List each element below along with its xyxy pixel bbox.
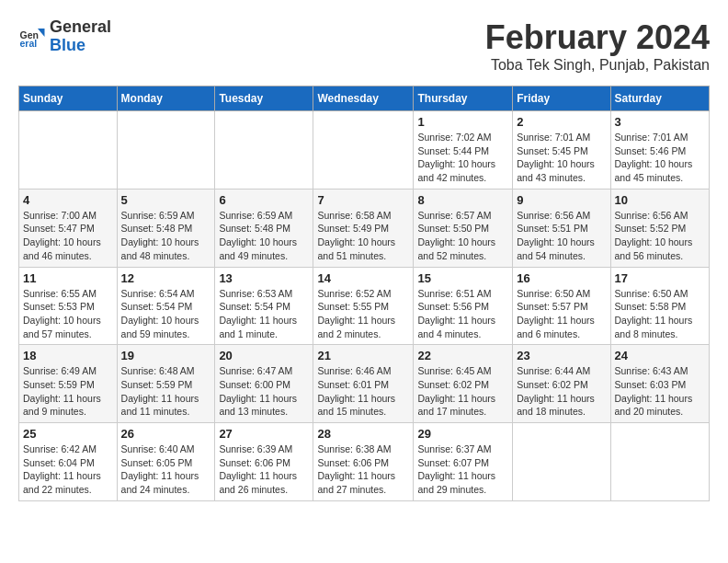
day-number: 13 bbox=[219, 271, 309, 285]
day-info: Sunrise: 6:39 AM Sunset: 6:06 PM Dayligh… bbox=[219, 442, 309, 497]
day-info: Sunrise: 6:59 AM Sunset: 5:48 PM Dayligh… bbox=[219, 209, 309, 263]
calendar-cell: 3Sunrise: 7:01 AM Sunset: 5:46 PM Daylig… bbox=[610, 111, 709, 190]
day-number: 7 bbox=[317, 193, 409, 207]
calendar-cell: 13Sunrise: 6:53 AM Sunset: 5:54 PM Dayli… bbox=[215, 267, 313, 345]
calendar-cell bbox=[610, 423, 709, 501]
title-section: February 2024 Toba Tek Singh, Punjab, Pa… bbox=[485, 18, 710, 74]
calendar-cell bbox=[215, 111, 313, 190]
calendar-cell: 1Sunrise: 7:02 AM Sunset: 5:44 PM Daylig… bbox=[414, 111, 513, 190]
calendar-cell: 21Sunrise: 6:46 AM Sunset: 6:01 PM Dayli… bbox=[313, 345, 414, 423]
day-number: 25 bbox=[23, 427, 113, 441]
day-number: 20 bbox=[219, 349, 309, 362]
day-info: Sunrise: 6:38 AM Sunset: 6:06 PM Dayligh… bbox=[317, 442, 409, 497]
header-monday: Monday bbox=[117, 86, 215, 111]
calendar-cell: 2Sunrise: 7:01 AM Sunset: 5:45 PM Daylig… bbox=[513, 111, 610, 190]
day-info: Sunrise: 6:43 AM Sunset: 6:03 PM Dayligh… bbox=[615, 364, 705, 419]
day-number: 16 bbox=[517, 271, 606, 285]
header-saturday: Saturday bbox=[610, 86, 709, 111]
day-info: Sunrise: 7:01 AM Sunset: 5:45 PM Dayligh… bbox=[517, 131, 606, 185]
day-number: 22 bbox=[417, 349, 508, 362]
logo-blue: Blue bbox=[50, 37, 111, 55]
day-number: 6 bbox=[219, 193, 309, 207]
day-info: Sunrise: 6:56 AM Sunset: 5:51 PM Dayligh… bbox=[517, 209, 606, 263]
day-number: 23 bbox=[517, 349, 606, 362]
calendar-cell: 24Sunrise: 6:43 AM Sunset: 6:03 PM Dayli… bbox=[610, 345, 709, 423]
day-info: Sunrise: 6:37 AM Sunset: 6:07 PM Dayligh… bbox=[417, 442, 508, 497]
calendar-cell: 9Sunrise: 6:56 AM Sunset: 5:51 PM Daylig… bbox=[513, 189, 610, 267]
day-number: 15 bbox=[417, 271, 508, 285]
day-info: Sunrise: 7:02 AM Sunset: 5:44 PM Dayligh… bbox=[417, 131, 508, 185]
week-row-4: 18Sunrise: 6:49 AM Sunset: 5:59 PM Dayli… bbox=[19, 345, 710, 423]
day-info: Sunrise: 6:51 AM Sunset: 5:56 PM Dayligh… bbox=[417, 287, 508, 341]
week-row-2: 4Sunrise: 7:00 AM Sunset: 5:47 PM Daylig… bbox=[19, 189, 710, 267]
day-number: 9 bbox=[517, 193, 606, 207]
day-number: 2 bbox=[517, 115, 606, 129]
header-friday: Friday bbox=[513, 86, 610, 111]
calendar-cell: 29Sunrise: 6:37 AM Sunset: 6:07 PM Dayli… bbox=[414, 423, 513, 501]
day-info: Sunrise: 6:40 AM Sunset: 6:05 PM Dayligh… bbox=[121, 442, 211, 497]
day-info: Sunrise: 6:54 AM Sunset: 5:54 PM Dayligh… bbox=[121, 287, 211, 341]
day-number: 12 bbox=[121, 271, 211, 285]
calendar-cell: 22Sunrise: 6:45 AM Sunset: 6:02 PM Dayli… bbox=[414, 345, 513, 423]
day-number: 24 bbox=[615, 349, 705, 362]
day-info: Sunrise: 7:01 AM Sunset: 5:46 PM Dayligh… bbox=[615, 131, 705, 185]
calendar-cell: 20Sunrise: 6:47 AM Sunset: 6:00 PM Dayli… bbox=[215, 345, 313, 423]
calendar-cell: 16Sunrise: 6:50 AM Sunset: 5:57 PM Dayli… bbox=[513, 267, 610, 345]
day-info: Sunrise: 6:49 AM Sunset: 5:59 PM Dayligh… bbox=[23, 364, 113, 419]
logo-general: General bbox=[50, 18, 111, 37]
day-info: Sunrise: 6:50 AM Sunset: 5:58 PM Dayligh… bbox=[615, 287, 705, 341]
main-title: February 2024 bbox=[485, 18, 710, 57]
calendar-cell: 25Sunrise: 6:42 AM Sunset: 6:04 PM Dayli… bbox=[19, 423, 118, 501]
calendar-cell: 18Sunrise: 6:49 AM Sunset: 5:59 PM Dayli… bbox=[19, 345, 118, 423]
day-number: 8 bbox=[417, 193, 508, 207]
day-info: Sunrise: 6:58 AM Sunset: 5:49 PM Dayligh… bbox=[317, 209, 409, 263]
day-info: Sunrise: 6:55 AM Sunset: 5:53 PM Dayligh… bbox=[23, 287, 113, 341]
calendar-cell bbox=[19, 111, 118, 190]
calendar-cell: 14Sunrise: 6:52 AM Sunset: 5:55 PM Dayli… bbox=[313, 267, 414, 345]
day-info: Sunrise: 6:57 AM Sunset: 5:50 PM Dayligh… bbox=[417, 209, 508, 263]
calendar-cell bbox=[117, 111, 215, 190]
calendar-cell: 19Sunrise: 6:48 AM Sunset: 5:59 PM Dayli… bbox=[117, 345, 215, 423]
calendar-cell: 7Sunrise: 6:58 AM Sunset: 5:49 PM Daylig… bbox=[313, 189, 414, 267]
day-number: 27 bbox=[219, 427, 309, 441]
day-number: 29 bbox=[417, 427, 508, 441]
header-thursday: Thursday bbox=[414, 86, 513, 111]
header-wednesday: Wednesday bbox=[313, 86, 414, 111]
calendar-cell: 4Sunrise: 7:00 AM Sunset: 5:47 PM Daylig… bbox=[19, 189, 118, 267]
header-tuesday: Tuesday bbox=[215, 86, 313, 111]
week-row-3: 11Sunrise: 6:55 AM Sunset: 5:53 PM Dayli… bbox=[19, 267, 710, 345]
day-number: 4 bbox=[23, 193, 113, 207]
calendar-cell: 5Sunrise: 6:59 AM Sunset: 5:48 PM Daylig… bbox=[117, 189, 215, 267]
day-number: 19 bbox=[121, 349, 211, 362]
calendar-body: 1Sunrise: 7:02 AM Sunset: 5:44 PM Daylig… bbox=[19, 111, 710, 501]
day-number: 21 bbox=[317, 349, 409, 362]
svg-marker-2 bbox=[38, 29, 45, 37]
svg-text:eral: eral bbox=[20, 38, 38, 49]
day-info: Sunrise: 6:48 AM Sunset: 5:59 PM Dayligh… bbox=[121, 364, 211, 419]
day-number: 18 bbox=[23, 349, 113, 362]
day-info: Sunrise: 6:52 AM Sunset: 5:55 PM Dayligh… bbox=[317, 287, 409, 341]
logo: Gen eral General Blue bbox=[18, 18, 111, 55]
calendar-cell: 17Sunrise: 6:50 AM Sunset: 5:58 PM Dayli… bbox=[610, 267, 709, 345]
day-info: Sunrise: 6:45 AM Sunset: 6:02 PM Dayligh… bbox=[417, 364, 508, 419]
header-sunday: Sunday bbox=[19, 86, 118, 111]
calendar-cell: 26Sunrise: 6:40 AM Sunset: 6:05 PM Dayli… bbox=[117, 423, 215, 501]
calendar-cell: 12Sunrise: 6:54 AM Sunset: 5:54 PM Dayli… bbox=[117, 267, 215, 345]
week-row-5: 25Sunrise: 6:42 AM Sunset: 6:04 PM Dayli… bbox=[19, 423, 710, 501]
day-info: Sunrise: 7:00 AM Sunset: 5:47 PM Dayligh… bbox=[23, 209, 113, 263]
calendar-cell: 28Sunrise: 6:38 AM Sunset: 6:06 PM Dayli… bbox=[313, 423, 414, 501]
day-number: 3 bbox=[615, 115, 705, 129]
day-info: Sunrise: 6:53 AM Sunset: 5:54 PM Dayligh… bbox=[219, 287, 309, 341]
day-info: Sunrise: 6:46 AM Sunset: 6:01 PM Dayligh… bbox=[317, 364, 409, 419]
day-number: 28 bbox=[317, 427, 409, 441]
day-number: 11 bbox=[23, 271, 113, 285]
calendar-cell: 6Sunrise: 6:59 AM Sunset: 5:48 PM Daylig… bbox=[215, 189, 313, 267]
calendar-cell: 10Sunrise: 6:56 AM Sunset: 5:52 PM Dayli… bbox=[610, 189, 709, 267]
calendar-header: SundayMondayTuesdayWednesdayThursdayFrid… bbox=[19, 86, 710, 111]
day-info: Sunrise: 6:59 AM Sunset: 5:48 PM Dayligh… bbox=[121, 209, 211, 263]
calendar-cell bbox=[513, 423, 610, 501]
calendar-cell: 8Sunrise: 6:57 AM Sunset: 5:50 PM Daylig… bbox=[414, 189, 513, 267]
day-number: 10 bbox=[615, 193, 705, 207]
calendar-cell bbox=[313, 111, 414, 190]
logo-icon: Gen eral bbox=[18, 23, 46, 51]
